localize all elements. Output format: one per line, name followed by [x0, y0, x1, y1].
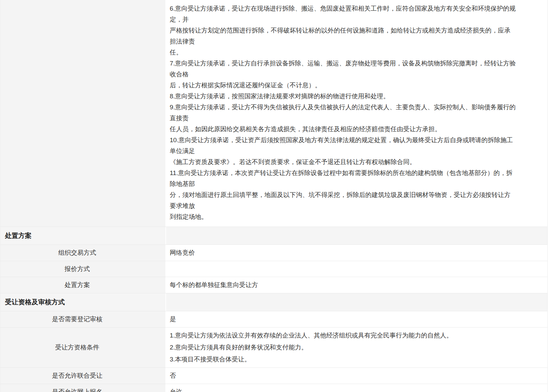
table-row: 组织交易方式网络竞价 [0, 245, 547, 261]
section-header: 受让资格及审核方式 [0, 293, 547, 311]
table-row: 是否允许网上报名允许 [0, 384, 547, 392]
row-label: 是否允许联合受让 [0, 368, 165, 384]
row-label: 是否需要登记审核 [0, 311, 165, 327]
section-header: 处置方案 [0, 227, 547, 245]
table-row: 处置方案每个标的都单独征集意向受让方 [0, 277, 547, 293]
table-row: 受让方资格条件1.意向受让方须为依法设立并有效存续的企业法人、其他经济组织或具有… [0, 327, 547, 367]
row-label: 受让方资格条件 [0, 328, 165, 367]
table-row: 报价方式 [0, 261, 547, 277]
row-value: 每个标的都单独征集意向受让方 [165, 277, 547, 293]
section-header-filler [165, 227, 547, 245]
row-value: 允许 [165, 384, 547, 392]
row-value: 是 [165, 311, 547, 327]
row-label: 是否允许网上报名 [0, 384, 165, 392]
row-label: 报价方式 [0, 261, 165, 277]
row-value: 否 [165, 368, 547, 384]
row-value: 1.意向受让方须为依法设立并有效存续的企业法人、其他经济组织或具有完全民事行为能… [165, 328, 547, 367]
table-row: 是否允许联合受让否 [0, 367, 547, 384]
asset-listing-detail-table: 6.意向受让方须承诺，受让方在现场进行拆除、搬运、危固废处置和相关工作时，应符合… [0, 0, 548, 392]
table-row: 是否需要登记审核是 [0, 311, 547, 327]
row-label: 处置方案 [0, 277, 165, 293]
table-sections: 处置方案组织交易方式网络竞价报价方式处置方案每个标的都单独征集意向受让方受让资格… [0, 227, 547, 392]
section-title: 受让资格及审核方式 [0, 293, 165, 311]
table-row-transferee-commitments: 6.意向受让方须承诺，受让方在现场进行拆除、搬运、危固废处置和相关工作时，应符合… [0, 0, 547, 227]
row-value [165, 261, 547, 277]
terms-text: 6.意向受让方须承诺，受让方在现场进行拆除、搬运、危固废处置和相关工作时，应符合… [165, 0, 547, 227]
section-header-filler [165, 293, 547, 311]
row-value: 网络竞价 [165, 245, 547, 261]
row-label: 组织交易方式 [0, 245, 165, 261]
section-title: 处置方案 [0, 227, 165, 245]
row-label-empty [0, 0, 165, 227]
